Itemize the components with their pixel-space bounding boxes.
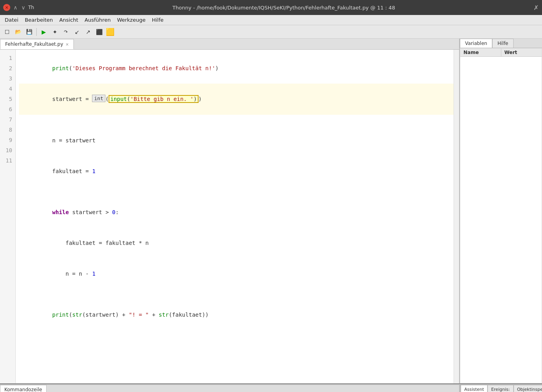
line-num-3: 3 <box>0 73 15 84</box>
flag-button[interactable]: 🟨 <box>105 27 115 37</box>
step-over-button[interactable]: ↷ <box>61 27 71 37</box>
code-line-8: fakultaet = fakultaet * n <box>19 228 454 258</box>
code-line-1: print('Dieses Programm berechnet die Fak… <box>19 53 454 84</box>
menubar: Datei Bearbeiten Ansicht Ausführen Werkz… <box>0 15 542 25</box>
toolbar-separator-1 <box>36 28 37 36</box>
right-bottom-tab-bar: Assistent Ereignis: Objektinspektor <box>460 384 542 392</box>
code-line-10 <box>19 289 454 299</box>
up-icon: ∧ <box>13 4 17 11</box>
stop-icon: ⬛ <box>96 29 103 35</box>
new-file-icon: ☐ <box>5 29 10 35</box>
menu-hilfe[interactable]: Hilfe <box>149 16 167 24</box>
down-icon: ∨ <box>21 4 25 11</box>
right-bottom-section: Assistent Ereignis: Objektinspektor <box>459 384 542 392</box>
minimize-button[interactable]: ∧ <box>13 5 18 10</box>
code-line-2: startwert = int(input('Bitte gib n ein. … <box>19 84 454 115</box>
variables-table: Name Wert <box>460 48 542 383</box>
variables-tab-bar: Variablen Hilfe <box>460 39 542 48</box>
variables-tab[interactable]: Variablen <box>460 39 492 48</box>
save-file-icon: 💾 <box>26 29 32 35</box>
maximize-button[interactable]: ✗ <box>534 4 539 11</box>
editor-vertical-scrollbar[interactable] <box>454 50 459 383</box>
code-startwert-assign: startwert = <box>52 96 92 102</box>
bottom-section: Kommandozeile >>> %Debug Fehlerhafte_Fak… <box>0 383 542 392</box>
code-line-9: n = n - 1 <box>19 258 454 289</box>
main-layout: Fehlerhafte_Fakultaet.py × 1 2 3 4 5 6 7… <box>0 39 542 383</box>
line-num-9: 9 <box>0 135 15 145</box>
open-file-icon: 📂 <box>15 29 21 35</box>
line-num-5: 5 <box>0 94 15 104</box>
editor-tab-close[interactable]: × <box>66 42 69 47</box>
col-value-header: Wert <box>501 49 542 56</box>
menu-werkzeuge[interactable]: Werkzeuge <box>114 16 148 24</box>
line-num-8: 8 <box>0 125 15 135</box>
editor-tab[interactable]: Fehlerhafte_Fakultaet.py × <box>0 39 74 49</box>
line-numbers: 1 2 3 4 5 6 7 8 9 10 11 <box>0 50 16 383</box>
line-num-10: 10 <box>0 145 15 155</box>
close-button[interactable]: ✕ <box>3 4 10 11</box>
line-num-6: 6 <box>0 104 15 114</box>
editor-tab-bar: Fehlerhafte_Fakultaet.py × <box>0 39 459 50</box>
step-into-button[interactable]: ↙ <box>72 27 82 37</box>
close-icon: ✕ <box>5 5 8 10</box>
code-print-1: print <box>52 65 69 71</box>
objektinspektor-tab[interactable]: Objektinspektor <box>514 385 542 392</box>
code-line-5: fakultaet = 1 <box>19 156 454 187</box>
step-over-icon: ↷ <box>64 29 68 35</box>
shade-button[interactable]: ∨ <box>21 5 26 10</box>
console-tab-bar: Kommandozeile <box>0 384 459 392</box>
menu-ansicht[interactable]: Ansicht <box>56 16 81 24</box>
menu-ausfuehren[interactable]: Ausführen <box>81 16 114 24</box>
line-num-7: 7 <box>0 114 15 125</box>
run-button[interactable]: ▶ <box>39 27 49 37</box>
assistent-tab[interactable]: Assistent <box>461 385 488 392</box>
variables-header: Name Wert <box>460 49 542 57</box>
toolbar: ☐ 📂 💾 ▶ ✦ ↷ ↙ ↗ ⬛ 🟨 <box>0 25 542 39</box>
step-out-button[interactable]: ↗ <box>83 27 93 37</box>
titlebar: ✕ ∧ ∨ Th Thonny - /home/fook/Dokumente/I… <box>0 0 542 15</box>
code-line-7: while startwert > 0: <box>19 197 454 228</box>
menu-bearbeiten[interactable]: Bearbeiten <box>22 16 56 24</box>
line-num-2: 2 <box>0 63 15 73</box>
line-num-1: 1 <box>0 53 15 63</box>
open-file-button[interactable]: 📂 <box>13 27 23 37</box>
col-name-header: Name <box>460 49 501 56</box>
input-highlight: input('Bitte gib n ein. ') <box>109 95 198 103</box>
code-line-6 <box>19 187 454 197</box>
line-num-4: 4 <box>0 84 15 94</box>
code-line-4: n = startwert <box>19 125 454 156</box>
line-num-11: 11 <box>0 155 15 166</box>
step-into-icon: ↙ <box>75 29 79 35</box>
window-title: Thonny - /home/fook/Dokumente/IQSH/SeKI/… <box>36 5 531 11</box>
maximize-icon: ✗ <box>534 4 539 11</box>
code-content[interactable]: print('Dieses Programm berechnet die Fak… <box>16 50 454 383</box>
stop-button[interactable]: ⬛ <box>94 27 104 37</box>
debug-star-button[interactable]: ✦ <box>50 27 60 37</box>
menu-datei[interactable]: Datei <box>2 16 22 24</box>
font-button[interactable]: Th <box>28 5 34 10</box>
console-section: Kommandozeile >>> %Debug Fehlerhafte_Fak… <box>0 384 459 392</box>
save-file-button[interactable]: 💾 <box>24 27 34 37</box>
code-line-3 <box>19 115 454 125</box>
code-line-11: print(str(startwert) + "! = " + str(faku… <box>19 299 454 330</box>
editor-area: Fehlerhafte_Fakultaet.py × 1 2 3 4 5 6 7… <box>0 39 459 383</box>
kommandozeile-tab[interactable]: Kommandozeile <box>0 385 47 392</box>
flag-icon: 🟨 <box>106 28 114 36</box>
editor-tab-label: Fehlerhafte_Fakultaet.py <box>5 41 63 47</box>
step-out-icon: ↗ <box>86 29 90 35</box>
hilfe-tab[interactable]: Hilfe <box>492 39 513 48</box>
run-icon: ▶ <box>42 29 46 35</box>
font-icon: Th <box>28 5 34 10</box>
int-label: int <box>92 95 105 102</box>
code-editor[interactable]: 1 2 3 4 5 6 7 8 9 10 11 print('Dieses Pr… <box>0 50 459 383</box>
right-panel: Variablen Hilfe Name Wert <box>459 39 542 383</box>
debug-star-icon: ✦ <box>53 29 57 35</box>
new-file-button[interactable]: ☐ <box>2 27 12 37</box>
ereignis-tab[interactable]: Ereignis: <box>488 385 514 392</box>
